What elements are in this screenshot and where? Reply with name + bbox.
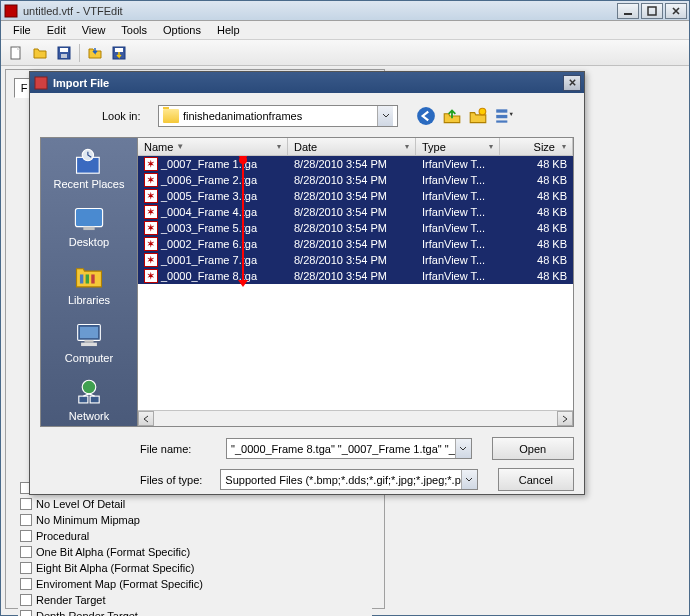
flag-label: One Bit Alpha (Format Specific) <box>36 546 190 558</box>
tga-file-icon: ✶ <box>144 237 158 251</box>
menu-view[interactable]: View <box>74 22 114 38</box>
svg-point-26 <box>82 381 96 395</box>
place-desktop[interactable]: Desktop <box>41 204 137 248</box>
svg-rect-8 <box>115 48 123 52</box>
tga-file-icon: ✶ <box>144 221 158 235</box>
flag-option[interactable]: Enviroment Map (Format Specific) <box>18 576 372 592</box>
svg-rect-24 <box>84 341 93 343</box>
scroll-right-button[interactable] <box>557 411 573 426</box>
place-computer[interactable]: Computer <box>41 320 137 364</box>
scroll-left-button[interactable] <box>138 411 154 426</box>
svg-rect-21 <box>91 275 94 284</box>
file-row[interactable]: ✶_0004_Frame 4.tga8/28/2010 3:54 PMIrfan… <box>138 204 573 220</box>
column-size[interactable]: Size ▾ <box>500 138 573 155</box>
svg-rect-23 <box>80 327 98 338</box>
open-button[interactable] <box>29 42 51 64</box>
file-type: IrfanView T... <box>416 270 500 282</box>
horizontal-scrollbar[interactable] <box>138 410 573 426</box>
checkbox-icon[interactable] <box>20 610 32 616</box>
file-type: IrfanView T... <box>416 190 500 202</box>
flag-label: No Minimum Mipmap <box>36 514 140 526</box>
file-date: 8/28/2010 3:54 PM <box>288 222 416 234</box>
file-row[interactable]: ✶_0003_Frame 5.tga8/28/2010 3:54 PMIrfan… <box>138 220 573 236</box>
checkbox-icon[interactable] <box>20 546 32 558</box>
chevron-down-icon[interactable] <box>461 470 477 489</box>
export-button[interactable] <box>108 42 130 64</box>
flag-option[interactable]: One Bit Alpha (Format Specific) <box>18 544 372 560</box>
flag-option[interactable]: Depth Render Target <box>18 608 372 616</box>
checkbox-icon[interactable] <box>20 530 32 542</box>
menu-tools[interactable]: Tools <box>113 22 155 38</box>
tga-file-icon: ✶ <box>144 269 158 283</box>
file-size: 48 KB <box>500 222 573 234</box>
new-button[interactable] <box>5 42 27 64</box>
svg-rect-9 <box>35 77 47 89</box>
annotation-arrow <box>242 158 244 284</box>
menu-edit[interactable]: Edit <box>39 22 74 38</box>
flag-option[interactable]: No Minimum Mipmap <box>18 512 372 528</box>
file-row[interactable]: ✶_0006_Frame 2.tga8/28/2010 3:54 PMIrfan… <box>138 172 573 188</box>
chevron-down-icon[interactable] <box>377 106 393 126</box>
save-button[interactable] <box>53 42 75 64</box>
column-dropdown-icon[interactable]: ▾ <box>405 142 409 151</box>
svg-rect-20 <box>86 275 89 284</box>
tga-file-icon: ✶ <box>144 157 158 171</box>
file-type: IrfanView T... <box>416 222 500 234</box>
cancel-button[interactable]: Cancel <box>498 468 574 491</box>
back-button[interactable] <box>416 106 436 126</box>
checkbox-icon[interactable] <box>20 594 32 606</box>
file-list[interactable]: ✶_0007_Frame 1.tga8/28/2010 3:54 PMIrfan… <box>138 156 573 410</box>
checkbox-icon[interactable] <box>20 562 32 574</box>
file-row[interactable]: ✶_0007_Frame 1.tga8/28/2010 3:54 PMIrfan… <box>138 156 573 172</box>
file-date: 8/28/2010 3:54 PM <box>288 238 416 250</box>
menu-help[interactable]: Help <box>209 22 248 38</box>
filetype-combo[interactable]: Supported Files (*.bmp;*.dds;*.gif;*.jpg… <box>220 469 477 490</box>
flag-option[interactable]: Render Target <box>18 592 372 608</box>
network-icon <box>72 378 106 408</box>
column-date[interactable]: Date ▾ <box>288 138 416 155</box>
file-row[interactable]: ✶_0002_Frame 6.tga8/28/2010 3:54 PMIrfan… <box>138 236 573 252</box>
new-folder-button[interactable] <box>468 106 488 126</box>
file-date: 8/28/2010 3:54 PM <box>288 174 416 186</box>
close-button[interactable] <box>665 3 687 19</box>
window-title: untitled.vtf - VTFEdit <box>23 5 617 17</box>
chevron-down-icon[interactable] <box>455 439 471 458</box>
maximize-button[interactable] <box>641 3 663 19</box>
minimize-button[interactable] <box>617 3 639 19</box>
svg-rect-17 <box>75 209 102 227</box>
column-dropdown-icon[interactable]: ▾ <box>277 142 281 151</box>
place-libraries[interactable]: Libraries <box>41 262 137 306</box>
menu-file[interactable]: File <box>5 22 39 38</box>
import-button[interactable] <box>84 42 106 64</box>
flag-option[interactable]: Procedural <box>18 528 372 544</box>
filename-input[interactable]: "_0000_Frame 8.tga" "_0007_Frame 1.tga" … <box>226 438 472 459</box>
place-recent[interactable]: Recent Places <box>41 146 137 190</box>
checkbox-icon[interactable] <box>20 514 32 526</box>
svg-rect-25 <box>81 343 97 346</box>
dialog-close-button[interactable] <box>563 75 581 91</box>
view-menu-button[interactable] <box>494 106 514 126</box>
menu-options[interactable]: Options <box>155 22 209 38</box>
svg-rect-6 <box>61 54 67 58</box>
flag-option[interactable]: Eight Bit Alpha (Format Specific) <box>18 560 372 576</box>
column-name[interactable]: Name ▼ ▾ <box>138 138 288 155</box>
tga-file-icon: ✶ <box>144 173 158 187</box>
column-dropdown-icon[interactable]: ▾ <box>562 142 566 151</box>
file-row[interactable]: ✶_0005_Frame 3.tga8/28/2010 3:54 PMIrfan… <box>138 188 573 204</box>
file-row[interactable]: ✶_0000_Frame 8.tga8/28/2010 3:54 PMIrfan… <box>138 268 573 284</box>
column-type[interactable]: Type ▾ <box>416 138 500 155</box>
column-dropdown-icon[interactable]: ▾ <box>489 142 493 151</box>
file-row[interactable]: ✶_0001_Frame 7.tga8/28/2010 3:54 PMIrfan… <box>138 252 573 268</box>
tga-file-icon: ✶ <box>144 253 158 267</box>
lookin-value: finishedanimationframes <box>183 110 373 122</box>
flag-label: Eight Bit Alpha (Format Specific) <box>36 562 194 574</box>
file-type: IrfanView T... <box>416 238 500 250</box>
place-network[interactable]: Network <box>41 378 137 422</box>
folder-icon <box>163 109 179 123</box>
open-button[interactable]: Open <box>492 437 574 460</box>
checkbox-icon[interactable] <box>20 578 32 590</box>
lookin-combo[interactable]: finishedanimationframes <box>158 105 398 127</box>
up-button[interactable] <box>442 106 462 126</box>
file-date: 8/28/2010 3:54 PM <box>288 254 416 266</box>
svg-rect-13 <box>496 115 507 118</box>
